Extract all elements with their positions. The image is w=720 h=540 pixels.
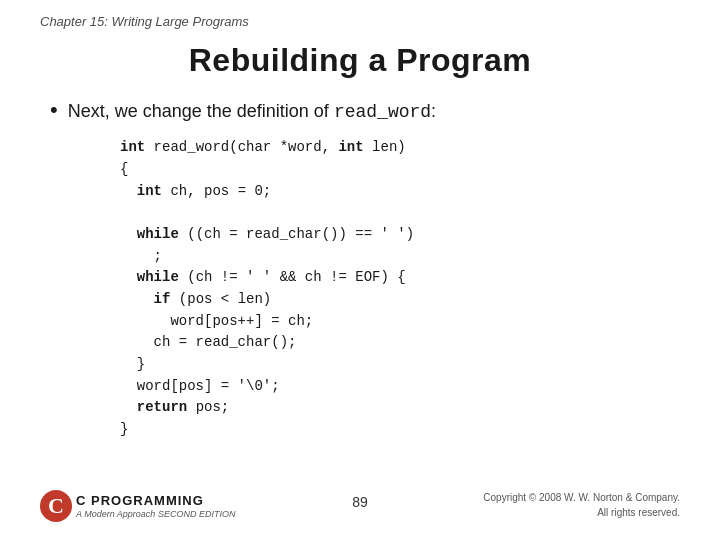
code-line-5: ; xyxy=(120,246,680,268)
logo-c-letter: C xyxy=(40,490,72,522)
bullet-text-after: : xyxy=(431,101,436,121)
code-line-9: ch = read_char(); xyxy=(120,332,680,354)
code-line-7: if (pos < len) xyxy=(120,289,680,311)
bullet-text-before: Next, we change the definition of xyxy=(68,101,334,121)
chapter-title: Chapter 15: Writing Large Programs xyxy=(40,14,249,29)
code-line-10: } xyxy=(120,354,680,376)
logo-programming-text: C PROGRAMMING xyxy=(76,493,235,508)
footer-logo: C C PROGRAMMING A Modern Approach SECOND… xyxy=(40,490,235,522)
logo-c: C C PROGRAMMING A Modern Approach SECOND… xyxy=(40,490,235,522)
logo-subtitle-text: A Modern Approach SECOND EDITION xyxy=(76,509,235,519)
code-line-1: int read_word(char *word, int len) xyxy=(120,137,680,159)
code-line-3: int ch, pos = 0; xyxy=(120,181,680,203)
code-line-blank xyxy=(120,202,680,224)
bullet-section: • Next, we change the definition of read… xyxy=(50,99,680,441)
page-number: 89 xyxy=(352,494,368,510)
page-title: Rebuilding a Program xyxy=(0,42,720,79)
code-line-6: while (ch != ' ' && ch != EOF) { xyxy=(120,267,680,289)
bullet-text: Next, we change the definition of read_w… xyxy=(68,99,436,125)
code-line-11: word[pos] = '\0'; xyxy=(120,376,680,398)
bullet-icon: • xyxy=(50,99,58,121)
code-line-13: } xyxy=(120,419,680,441)
code-line-4: while ((ch = read_char()) == ' ') xyxy=(120,224,680,246)
copyright-line2: All rights reserved. xyxy=(483,505,680,520)
copyright: Copyright © 2008 W. W. Norton & Company.… xyxy=(483,490,680,520)
copyright-line1: Copyright © 2008 W. W. Norton & Company. xyxy=(483,490,680,505)
code-line-8: word[pos++] = ch; xyxy=(120,311,680,333)
code-block: int read_word(char *word, int len) { int… xyxy=(120,137,680,441)
logo-text: C PROGRAMMING A Modern Approach SECOND E… xyxy=(76,493,235,519)
bullet-point: • Next, we change the definition of read… xyxy=(50,99,680,125)
bullet-code-ref: read_word xyxy=(334,102,431,122)
code-line-12: return pos; xyxy=(120,397,680,419)
code-line-2: { xyxy=(120,159,680,181)
